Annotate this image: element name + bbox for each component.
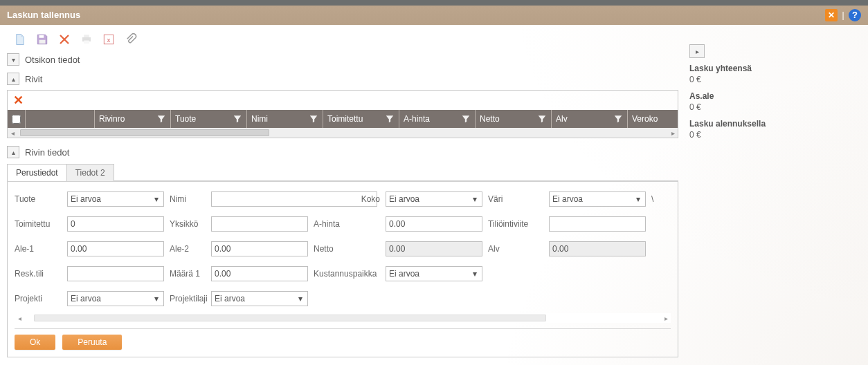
combo-projekti[interactable]: Ei arvoa▾ xyxy=(67,291,164,306)
print-icon[interactable] xyxy=(80,33,93,46)
combo-value: Ei arvoa xyxy=(552,194,583,204)
toggle-otsikon-tiedot[interactable]: ▾ xyxy=(7,53,19,66)
scroll-right-icon[interactable]: ▸ xyxy=(668,129,678,137)
grid-col-toimitettu[interactable]: Toimitettu xyxy=(323,110,399,128)
scroll-left-icon[interactable]: ◂ xyxy=(8,129,17,137)
scroll-left-icon[interactable]: ◂ xyxy=(15,315,24,322)
chevron-down-icon: ▾ xyxy=(469,269,480,279)
export-excel-icon[interactable]: x xyxy=(102,33,115,46)
grid-horizontal-scrollbar[interactable]: ◂ ▸ xyxy=(8,128,678,138)
new-document-icon[interactable] xyxy=(14,33,26,46)
input-resktili[interactable] xyxy=(67,266,164,281)
delete-icon[interactable] xyxy=(58,33,71,46)
filter-icon[interactable] xyxy=(309,114,318,124)
grid-col-label: Veroko xyxy=(632,114,658,124)
toolbar: x xyxy=(7,30,678,48)
scroll-thumb[interactable] xyxy=(34,315,546,321)
grid-col-netto[interactable]: Netto xyxy=(476,110,552,128)
svg-rect-0 xyxy=(39,35,44,38)
summary-total-value: 0 € xyxy=(689,75,861,84)
label-projektilaji: Projektilaji xyxy=(170,294,206,303)
input-tilioiviite[interactable] xyxy=(549,216,646,232)
save-icon[interactable] xyxy=(36,33,48,46)
combo-tuote[interactable]: Ei arvoa▾ xyxy=(67,191,164,207)
filter-icon[interactable] xyxy=(537,114,547,124)
summary-asale-value: 0 € xyxy=(689,102,861,112)
section-label-otsikon: Otsikon tiedot xyxy=(25,55,80,65)
grid-col-alv[interactable]: Alv xyxy=(552,110,628,128)
label-ale2: Ale-2 xyxy=(170,244,206,254)
grid-col-label: Nimi xyxy=(251,114,268,124)
combo-vari[interactable]: Ei arvoa▾ xyxy=(549,191,646,207)
input-yksikko[interactable] xyxy=(211,216,308,232)
label-koko: Koko xyxy=(314,194,380,204)
input-ale2[interactable] xyxy=(211,241,308,256)
label-alv: Alv xyxy=(488,244,543,254)
input-maara1[interactable] xyxy=(211,266,308,281)
tab-perustiedot[interactable]: Perustiedot xyxy=(7,164,67,181)
combo-projektilaji[interactable]: Ei arvoa▾ xyxy=(211,291,308,306)
label-maara1: Määrä 1 xyxy=(170,269,206,279)
label-ale1: Ale-1 xyxy=(15,244,62,254)
tab-tiedot2[interactable]: Tiedot 2 xyxy=(66,164,114,181)
svg-text:x: x xyxy=(107,37,111,44)
filter-icon[interactable] xyxy=(233,114,242,124)
chevron-down-icon: ▾ xyxy=(12,56,15,64)
cancel-button[interactable]: Peruuta xyxy=(62,335,122,350)
grid-col-label: A-hinta xyxy=(404,114,430,124)
close-icon[interactable]: ✕ xyxy=(825,9,838,21)
chevron-up-icon: ▴ xyxy=(12,149,15,156)
input-toimitettu[interactable] xyxy=(67,216,164,232)
titlebar-divider: | xyxy=(842,6,844,25)
grid-spacer xyxy=(26,110,95,128)
chevron-down-icon: ▾ xyxy=(151,194,162,204)
grid-col-rivinro[interactable]: Rivinro xyxy=(95,110,171,128)
attachment-icon[interactable] xyxy=(125,33,137,46)
scroll-right-icon[interactable]: ▸ xyxy=(661,315,671,322)
input-ale1[interactable] xyxy=(67,241,164,256)
combo-koko[interactable]: Ei arvoa▾ xyxy=(386,191,482,207)
scroll-thumb[interactable] xyxy=(20,129,269,136)
combo-value: Ei arvoa xyxy=(215,294,245,303)
label-ahinta: A-hinta xyxy=(314,219,380,229)
window-top-strip xyxy=(0,0,868,6)
input-ahinta[interactable] xyxy=(386,216,482,232)
overflow-marker: \ xyxy=(651,194,671,204)
grid-col-label: Netto xyxy=(480,114,500,124)
grid-col-veroko[interactable]: Veroko xyxy=(628,110,678,128)
summary-collapse[interactable]: ▸ xyxy=(689,44,705,58)
combo-value: Ei arvoa xyxy=(389,269,419,279)
filter-icon[interactable] xyxy=(156,114,166,124)
chevron-up-icon: ▴ xyxy=(12,75,15,83)
svg-rect-1 xyxy=(39,40,46,44)
chevron-right-icon: ▸ xyxy=(696,48,699,55)
toggle-rivit[interactable]: ▴ xyxy=(7,73,19,85)
section-label-rivit: Rivit xyxy=(25,74,42,84)
panel-horizontal-scrollbar[interactable]: ◂ ▸ xyxy=(15,313,671,323)
grid-col-label: Rivinro xyxy=(99,114,125,124)
form-panel: Tuote Ei arvoa▾ Nimi Koko Ei arvoa▾ Väri… xyxy=(7,182,678,357)
ok-button[interactable]: Ok xyxy=(15,335,55,350)
help-icon[interactable]: ? xyxy=(849,9,861,21)
svg-rect-4 xyxy=(84,41,89,44)
grid-col-label: Tuote xyxy=(175,114,196,124)
grid-select-all[interactable] xyxy=(8,110,26,128)
label-tilioiviite: Tiliöintiviite xyxy=(488,219,543,229)
filter-icon[interactable] xyxy=(461,114,471,124)
combo-value: Ei arvoa xyxy=(389,194,419,204)
grid-col-ahinta[interactable]: A-hinta xyxy=(399,110,476,128)
grid-col-nimi[interactable]: Nimi xyxy=(247,110,323,128)
summary-disc-value: 0 € xyxy=(689,130,861,140)
label-vari: Väri xyxy=(488,194,543,204)
grid-col-tuote[interactable]: Tuote xyxy=(171,110,247,128)
delete-row-icon[interactable]: ✕ xyxy=(13,93,24,108)
label-tuote: Tuote xyxy=(15,194,62,204)
label-netto: Netto xyxy=(314,244,380,254)
summary-disc-label: Lasku alennuksella xyxy=(689,119,861,129)
input-netto xyxy=(386,241,482,256)
filter-icon[interactable] xyxy=(385,114,395,124)
combo-kustannuspaikka[interactable]: Ei arvoa▾ xyxy=(386,266,482,281)
tabs: Perustiedot Tiedot 2 xyxy=(7,163,678,182)
toggle-rivin-tiedot[interactable]: ▴ xyxy=(7,146,19,158)
filter-icon[interactable] xyxy=(613,114,623,124)
